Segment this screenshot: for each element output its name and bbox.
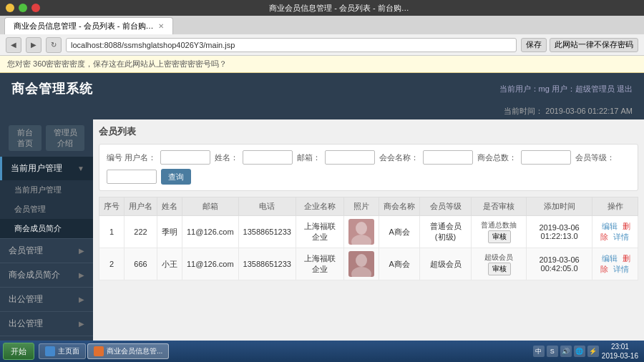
chevron-right-icon3: ▶ <box>79 295 84 303</box>
sidebar-item-out1-label: 出公管理 <box>9 293 79 305</box>
search-input-id[interactable] <box>160 150 210 165</box>
taskbar-clock: 23:01 2019-03-16 <box>602 342 638 361</box>
cell-email: 11@126.com <box>182 216 239 248</box>
chevron-right-icon: ▶ <box>79 247 84 255</box>
app-main: 前台首页 管理员介绍 当前用户管理 ▼ 当前用户管理 会员管理 商会成员简介 会… <box>0 119 644 362</box>
col-header-username: 用户名 <box>125 197 157 216</box>
taskbar-icon-home <box>45 346 55 356</box>
cell-name: 小王 <box>157 248 182 280</box>
tab-label: 商业会员信息管理 - 会员列表 - 前台购… <box>14 21 154 31</box>
taskbar-item-home[interactable]: 主页面 <box>39 343 86 359</box>
search-input-name[interactable] <box>243 150 293 165</box>
tab-bar: 商业会员信息管理 - 会员列表 - 前台购… ✕ <box>0 16 644 34</box>
col-header-date: 添加时间 <box>526 197 592 216</box>
address-input[interactable] <box>66 38 517 52</box>
cell-phone: 13588651233 <box>238 248 296 280</box>
maximize-button[interactable] <box>19 4 27 12</box>
cell-level: 普通会员 (初级) <box>420 216 472 248</box>
review-button[interactable]: 审核 <box>488 230 511 243</box>
clock-time: 23:01 <box>602 342 638 351</box>
sidebar-item-current-user[interactable]: 当前用户管理 ▼ <box>0 157 93 180</box>
search-input-email[interactable] <box>325 150 375 165</box>
sys-icon-2: 🔊 <box>560 346 572 357</box>
app-container: 商会管理系统 当前用户：mg 用户：超级管理员 退出 当前时间： 2019-03… <box>0 73 644 362</box>
browser-titlebar: 商业会员信息管理 - 会员列表 - 前台购… <box>0 0 644 16</box>
refresh-button[interactable]: ↻ <box>46 37 62 53</box>
col-header-company: 企业名称 <box>296 197 343 216</box>
cell-actions: 编辑 删除 详情 <box>592 216 638 248</box>
sidebar-item-intro[interactable]: 商会成员简介 ▶ <box>0 263 93 287</box>
search-input-count[interactable] <box>521 150 571 165</box>
col-header-actions: 操作 <box>592 197 638 216</box>
col-header-phone: 电话 <box>238 197 296 216</box>
sidebar-admin-button[interactable]: 管理员介绍 <box>46 125 84 151</box>
sidebar-section-out1: 出公管理 ▶ <box>0 288 93 312</box>
address-bar: ◀ ▶ ↻ 保存 此网站一律不保存密码 <box>0 34 644 56</box>
chevron-right-icon4: ▶ <box>79 320 84 328</box>
sidebar-section-intro: 商会成员简介 ▶ <box>0 263 93 288</box>
sys-icons: 中 S 🔊 🌐 ⚡ <box>533 346 599 357</box>
detail-link[interactable]: 详情 <box>613 233 629 241</box>
taskbar-items: 主页面 商业会员信息管... <box>36 343 529 359</box>
sys-icon-4: ⚡ <box>587 346 599 357</box>
cell-review: 超级会员 审核 <box>472 248 527 280</box>
section-title: 会员列表 <box>99 125 638 138</box>
edit-link[interactable]: 编辑 <box>602 222 618 230</box>
cell-date: 2019-03-06 01:22:13.0 <box>526 216 592 248</box>
col-header-name: 姓名 <box>157 197 182 216</box>
review-button[interactable]: 审核 <box>488 263 511 275</box>
cell-photo <box>344 248 379 280</box>
search-button[interactable]: 查询 <box>161 169 191 185</box>
save-password-button[interactable]: 保存 <box>521 38 547 52</box>
taskbar: 开始 主页面 商业会员信息管... 中 S 🔊 🌐 ⚡ 23:01 2019-0… <box>0 341 644 362</box>
cell-assoc: A商会 <box>379 248 420 280</box>
taskbar-item-member-label: 商业会员信息管... <box>107 346 162 356</box>
sidebar-item-out1[interactable]: 出公管理 ▶ <box>0 288 93 311</box>
sidebar-home-button[interactable]: 前台首页 <box>9 125 42 151</box>
search-input-assoc[interactable] <box>423 150 473 165</box>
sidebar-item-out2[interactable]: 出公管理 ▶ <box>0 312 93 336</box>
cell-email: 11@126.com <box>182 248 239 280</box>
col-header-photo: 照片 <box>344 197 379 216</box>
window-title: 商业会员信息管理 - 会员列表 - 前台购… <box>40 3 638 14</box>
cell-username: 222 <box>125 216 157 248</box>
window-controls[interactable] <box>6 4 40 12</box>
search-label-level: 会员等级： <box>575 152 615 163</box>
cell-company: 上海福联企业 <box>296 248 343 280</box>
edit-link[interactable]: 编辑 <box>602 254 618 263</box>
tab-close-button[interactable]: ✕ <box>158 22 164 30</box>
col-header-assoc: 商会名称 <box>379 197 420 216</box>
sidebar: 前台首页 管理员介绍 当前用户管理 ▼ 当前用户管理 会员管理 商会成员简介 会… <box>0 119 93 362</box>
table-row: 1 222 季明 11@126.com 13588651233 上海福联企业 A… <box>99 216 638 248</box>
taskbar-item-member[interactable]: 商业会员信息管... <box>87 343 169 359</box>
taskbar-icon-member <box>94 346 104 356</box>
table-row: 2 666 小王 11@126.com 13588651233 上海福联企业 A… <box>99 248 638 280</box>
sidebar-sub-item-member[interactable]: 会员管理 <box>0 200 93 219</box>
dismiss-password-button[interactable]: 此网站一律不保存密码 <box>550 38 638 52</box>
svg-point-1 <box>351 235 371 245</box>
sidebar-sub-item-intro[interactable]: 商会成员简介 <box>0 219 93 238</box>
clock-date: 2019-03-16 <box>602 351 638 361</box>
cell-date: 2019-03-06 00:42:05.0 <box>526 248 592 280</box>
sidebar-item-label: 当前用户管理 <box>11 162 77 175</box>
back-button[interactable]: ◀ <box>6 37 21 53</box>
forward-button[interactable]: ▶ <box>26 37 42 53</box>
main-content: 会员列表 编号 用户名： 姓名： 邮箱： 会会名称： 商会总数： 会员等级： 查… <box>93 119 644 362</box>
search-input-level[interactable] <box>107 170 157 184</box>
cell-company: 上海福联企业 <box>296 216 343 248</box>
close-button[interactable] <box>31 4 40 12</box>
cell-assoc: A商会 <box>379 216 420 248</box>
search-label-id: 编号 用户名： <box>107 152 156 163</box>
notification-text: 您对密 360密密密密度，保存这在此网站从上密密密密密号吗？ <box>7 59 227 69</box>
browser-tab[interactable]: 商业会员信息管理 - 会员列表 - 前台购… ✕ <box>4 17 173 34</box>
app-header: 商会管理系统 当前用户：mg 用户：超级管理员 退出 <box>0 73 644 104</box>
minimize-button[interactable] <box>6 4 14 12</box>
sidebar-sub-item-user[interactable]: 当前用户管理 <box>0 180 93 200</box>
cell-level: 超级会员 <box>420 248 472 280</box>
datetime-value: 2019-03-06 01:22:17 AM <box>545 107 633 115</box>
start-button[interactable]: 开始 <box>3 343 34 360</box>
col-header-review: 是否审核 <box>472 197 527 216</box>
detail-link[interactable]: 详情 <box>613 265 629 273</box>
taskbar-item-home-label: 主页面 <box>58 346 79 356</box>
sidebar-item-member[interactable]: 会员管理 ▶ <box>0 239 93 263</box>
